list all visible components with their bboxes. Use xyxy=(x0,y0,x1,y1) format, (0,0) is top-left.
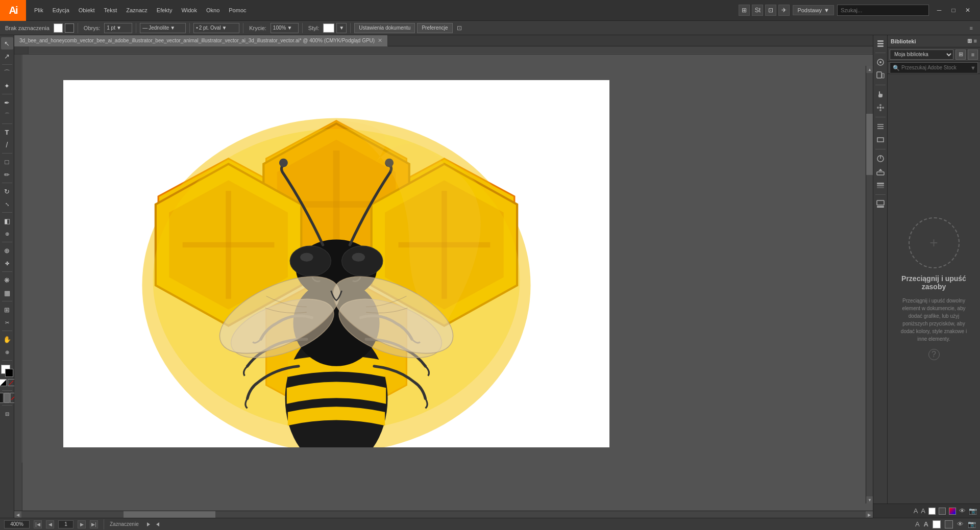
page-first-btn[interactable]: |◀ xyxy=(34,520,42,528)
fill-mode-btn[interactable] xyxy=(0,393,4,403)
swap-colors-btn[interactable] xyxy=(0,379,7,386)
direct-select-tool[interactable]: ↗ xyxy=(1,50,13,62)
rotate-tool[interactable]: ↻ xyxy=(1,185,13,197)
panel-options-btn[interactable]: ≡ xyxy=(970,25,977,31)
library-select[interactable]: Moja biblioteka xyxy=(890,49,953,60)
pen-tool[interactable]: ✒ xyxy=(1,96,13,109)
libraries-panel-icon[interactable] xyxy=(874,37,887,49)
rect-tool[interactable]: □ xyxy=(1,156,13,168)
status-fill-swatch[interactable] xyxy=(933,520,941,528)
close-btn[interactable]: ✕ xyxy=(961,0,975,21)
export-panel-icon[interactable] xyxy=(874,166,887,178)
zoom-tool[interactable]: ⊕ xyxy=(1,346,13,358)
scroll-down-btn[interactable]: ▼ xyxy=(866,496,873,503)
menu-select[interactable]: Zaznacz xyxy=(122,5,152,15)
artboard-tool[interactable]: ⊞ xyxy=(1,304,13,316)
outline-weight-dropdown[interactable]: 1 pt ▼ xyxy=(104,23,132,33)
status-camera-icon[interactable]: 📷 xyxy=(968,520,976,528)
preferences-btn[interactable]: Preferencje xyxy=(417,23,452,33)
doc-settings-btn[interactable]: Ustawienia dokumentu xyxy=(354,23,415,33)
gradient-tool[interactable]: ◧ xyxy=(1,215,13,227)
status-a-icon[interactable]: A xyxy=(915,520,920,528)
list-view-btn[interactable]: ≡ xyxy=(974,38,977,44)
stroke-color-swatch[interactable] xyxy=(5,369,13,377)
layers-panel-icon[interactable] xyxy=(874,179,887,191)
menu-window[interactable]: Okno xyxy=(202,5,224,15)
bottom-panel-icon[interactable] xyxy=(874,198,887,210)
stroke-size-dropdown[interactable]: • 2 pt. Oval ▼ xyxy=(193,23,239,33)
page-next-btn[interactable]: ▶ xyxy=(78,520,86,528)
status-arrow-left[interactable] xyxy=(155,521,161,527)
workspace-btn[interactable]: Podstawy ▼ xyxy=(793,5,834,15)
view-mode-btn[interactable]: ⊡ xyxy=(765,5,776,16)
menu-edit[interactable]: Edycja xyxy=(48,5,74,15)
sync-btn[interactable]: ✈ xyxy=(778,5,790,16)
slice-tool[interactable]: ✂ xyxy=(1,316,13,329)
live-paint-tool[interactable]: ✤ xyxy=(1,257,13,269)
scroll-thumb-h[interactable] xyxy=(124,511,215,518)
tab-close-btn[interactable]: ✕ xyxy=(378,37,382,44)
stroke-swatch[interactable] xyxy=(65,23,74,33)
style-dropdown[interactable]: ▼ xyxy=(336,23,347,33)
minimize-btn[interactable]: ─ xyxy=(932,0,946,21)
menu-file[interactable]: Plik xyxy=(30,5,47,15)
opacity-dropdown[interactable]: 100% ▼ xyxy=(271,23,299,33)
scroll-left-btn[interactable]: ◀ xyxy=(14,511,21,518)
search-dropdown-icon[interactable]: ▼ xyxy=(970,65,976,71)
style-swatch[interactable] xyxy=(323,23,334,33)
status-stroke-swatch[interactable] xyxy=(945,520,953,528)
scroll-up-btn[interactable]: ▲ xyxy=(866,66,873,73)
text-icon[interactable]: A xyxy=(921,507,925,515)
symbol-tool[interactable]: ❋ xyxy=(1,274,13,286)
page-prev-btn[interactable]: ◀ xyxy=(46,520,54,528)
page-last-btn[interactable]: ▶| xyxy=(90,520,98,528)
top-search-input[interactable] xyxy=(837,5,929,16)
selection-tool[interactable]: ↖ xyxy=(1,37,13,49)
change-screen-mode-btn[interactable]: ⊟ xyxy=(1,408,13,420)
menu-help[interactable]: Pomoc xyxy=(225,5,250,15)
lasso-tool[interactable]: ⌒ xyxy=(1,67,13,79)
device-preview-panel-icon[interactable] xyxy=(874,69,887,82)
canvas-content[interactable] xyxy=(22,55,873,511)
flower-panel-icon[interactable] xyxy=(874,102,887,114)
blend-tool[interactable]: ⊕ xyxy=(1,244,13,257)
status-a2-icon[interactable]: A xyxy=(924,520,928,528)
hand-panel-icon[interactable] xyxy=(874,88,887,100)
horizontal-scrollbar[interactable]: ◀ ▶ xyxy=(14,511,873,518)
menu-effects[interactable]: Efekty xyxy=(153,5,177,15)
scroll-right-btn[interactable]: ▶ xyxy=(866,511,873,518)
scroll-track-v[interactable] xyxy=(866,73,873,496)
type-tool[interactable]: T xyxy=(1,126,13,138)
scroll-thumb-v[interactable] xyxy=(866,114,873,175)
menu-text[interactable]: Tekst xyxy=(100,5,121,15)
ai-mode-btn[interactable]: St xyxy=(752,5,763,16)
lib-view-grid-btn[interactable]: ⊞ xyxy=(955,49,966,60)
preset-btn[interactable]: ⊞ xyxy=(739,5,750,16)
hand-tool[interactable]: ✋ xyxy=(1,333,13,345)
menu-view[interactable]: Widok xyxy=(177,5,201,15)
person-icon[interactable]: A xyxy=(914,507,918,515)
none-color-btn[interactable] xyxy=(8,379,15,386)
panel-stroke-swatch[interactable] xyxy=(939,508,946,515)
camera-icon[interactable]: 📷 xyxy=(969,507,977,515)
eye-icon[interactable]: 👁 xyxy=(959,507,966,515)
color-wheel-panel-icon[interactable] xyxy=(874,153,887,165)
status-eye-icon[interactable]: 👁 xyxy=(957,520,964,528)
search-stock-input[interactable] xyxy=(890,62,978,73)
vertical-scrollbar[interactable]: ▲ ▼ xyxy=(866,66,873,503)
eyedropper-tool[interactable]: ⊕ xyxy=(1,228,13,240)
status-arrow-right[interactable] xyxy=(145,521,151,527)
stroke-style-dropdown[interactable]: — Jednolite ▼ xyxy=(140,23,186,33)
grid-view-btn[interactable]: ⊞ xyxy=(967,38,972,44)
panel-fill-swatch[interactable] xyxy=(928,508,936,515)
fill-swatch[interactable] xyxy=(54,23,63,33)
curve-tool[interactable]: ⌒ xyxy=(1,109,13,121)
graph-tool[interactable]: ▦ xyxy=(1,287,13,299)
magic-wand-tool[interactable]: ✦ xyxy=(1,80,13,92)
maximize-btn[interactable]: □ xyxy=(946,0,961,21)
menu-object[interactable]: Obiekt xyxy=(75,5,99,15)
zoom-input[interactable] xyxy=(4,520,30,528)
rect-panel-panel-icon[interactable] xyxy=(874,134,887,146)
page-input[interactable] xyxy=(58,520,74,528)
lib-view-list-btn[interactable]: ≡ xyxy=(968,49,978,60)
